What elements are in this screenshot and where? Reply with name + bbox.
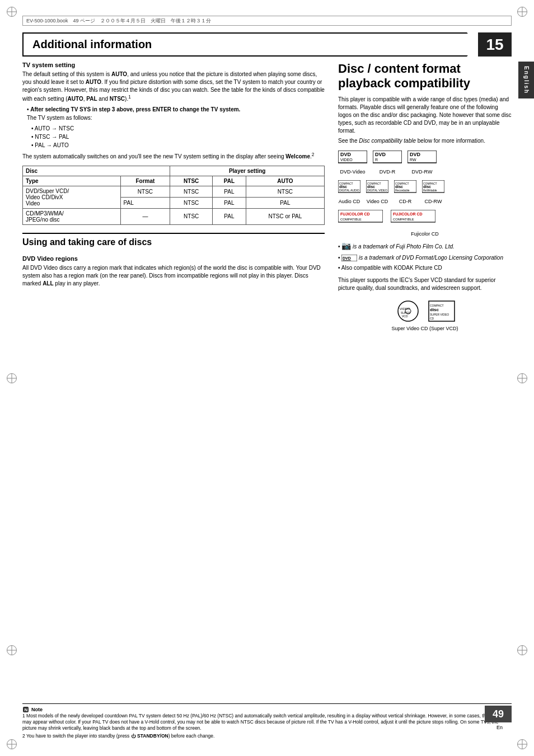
- dvd-r-logo: DVD R: [373, 151, 402, 167]
- audio-cd-logo-item: COMPACT disc DIGITAL AUDIO Audio CD: [338, 180, 360, 204]
- svg-text:disc: disc: [423, 185, 431, 189]
- svg-text:RW: RW: [410, 158, 416, 162]
- video-cd-logo: COMPACT disc DIGITAL VIDEO: [366, 180, 388, 197]
- svcd-logo2: COMPACT disc SUPER VIDEO CD: [428, 300, 456, 322]
- fujicolor-logo1-item: FUJICOLOR CD COMPATIBLE: [338, 210, 383, 227]
- right-bullets: • 📷 is a trademark of Fuji Photo Film Co…: [338, 240, 512, 272]
- corner-mark-br2: [517, 645, 527, 655]
- disc-type-1: DVD/Super VCD/Video CD/DivXVideo: [23, 186, 121, 208]
- note-label: Note: [31, 707, 43, 712]
- arrow-item-1: • NTSC → PAL: [31, 133, 325, 141]
- disc-format-ntsc: NTSC: [120, 186, 170, 197]
- svg-text:FUJICOLOR CD: FUJICOLOR CD: [393, 212, 423, 216]
- dvd-video-label: DVD-Video: [340, 169, 366, 175]
- svg-text:DVD: DVD: [343, 256, 351, 260]
- cd-ntsc: NTSC: [170, 208, 213, 224]
- top-bar-text: EV-500-1000.book 49 ページ ２００５年４月５日 火曜日 午後…: [26, 17, 211, 25]
- note-line-1: 1 Most models of the newly developed cou…: [22, 713, 512, 731]
- page-en: En: [496, 725, 503, 730]
- svg-text:disc: disc: [430, 307, 439, 312]
- page-title: Additional information: [32, 38, 152, 51]
- right-intro-text: This player is compatible with a wide ra…: [338, 96, 512, 135]
- svg-text:VIDEO: VIDEO: [340, 158, 353, 162]
- right-title-text: Disc / content format playback compatibi…: [338, 62, 470, 90]
- left-column: TV system setting The default setting of…: [22, 62, 325, 711]
- tv-system-para1: The default setting of this system is AU…: [22, 71, 325, 103]
- svg-text:COMPATIBLE: COMPATIBLE: [340, 218, 362, 221]
- right-column: Disc / content format playback compatibi…: [338, 62, 512, 711]
- audio-cd-label: Audio CD: [339, 199, 360, 204]
- svg-text:disc: disc: [395, 185, 403, 189]
- cd-r-logo: COMPACT disc Recordable: [394, 180, 416, 197]
- svcd-row: VIDEO SUPER VCD COMPACT disc SUPER VIDEO…: [338, 297, 512, 331]
- fuji-icon: 📷: [341, 241, 351, 250]
- table-row: CD/MP3/WMA/JPEG/no disc — NTSC PAL NTSC …: [23, 208, 325, 224]
- using-discs-title: Using and taking care of discs: [22, 237, 325, 247]
- cd-r-logo-item: COMPACT disc Recordable CD-R: [394, 180, 416, 204]
- tv-system-follows: The TV system as follows:: [27, 115, 92, 121]
- svg-text:FUJICOLOR CD: FUJICOLOR CD: [340, 212, 370, 216]
- player-setting-header: Player setting: [170, 166, 325, 176]
- pal-auto: PAL: [246, 197, 324, 208]
- cd-auto: NTSC or PAL: [246, 208, 324, 224]
- table-row: DVD/Super VCD/Video CD/DivXVideo NTSC NT…: [23, 186, 325, 197]
- disc-format-pal: PAL: [120, 197, 170, 208]
- note-line-2: 2 You have to switch the player into sta…: [22, 733, 512, 739]
- dvd-r-logo-item: DVD R DVD-R: [373, 151, 402, 175]
- pal-pal: PAL: [212, 197, 246, 208]
- arrow-item-2: • PAL → AUTO: [31, 141, 325, 149]
- svg-text:SUPER VIDEO: SUPER VIDEO: [430, 313, 449, 316]
- svg-text:COMPATIBLE: COMPATIBLE: [393, 218, 414, 221]
- svg-text:DIGITAL AUDIO: DIGITAL AUDIO: [339, 189, 359, 192]
- tv-system-title: TV system setting: [22, 62, 325, 68]
- disc-format-dash: —: [120, 208, 170, 224]
- dvd-trademark-icon: DVD: [341, 255, 357, 261]
- pal-ntsc: NTSC: [170, 197, 213, 208]
- cd-logos-row: COMPACT disc DIGITAL AUDIO Audio CD COMP…: [338, 180, 512, 204]
- fujicolor-label: Fujicolor CD: [338, 231, 512, 237]
- corner-mark-tr: [517, 7, 527, 17]
- svg-text:R: R: [375, 158, 378, 162]
- ntsc-auto: NTSC: [246, 186, 324, 197]
- corner-mark-ml: [7, 373, 17, 383]
- disc-type-2: CD/MP3/WMA/JPEG/no disc: [23, 208, 121, 224]
- bullet-fuji: • 📷 is a trademark of Fuji Photo Film Co…: [338, 240, 512, 252]
- dvd-rw-label: DVD-RW: [412, 169, 433, 175]
- tv-system-bullet-heading: After selecting TV SYS in step 3 above, …: [27, 105, 325, 122]
- header-number: 15: [478, 32, 512, 57]
- header-title-box: Additional information: [22, 32, 478, 57]
- top-bar: EV-500-1000.book 49 ページ ２００５年４月５日 火曜日 午後…: [22, 16, 512, 26]
- svg-text:DVD: DVD: [340, 152, 352, 157]
- language-tab: English: [518, 62, 534, 98]
- note-title: N Note: [22, 706, 512, 713]
- tv-system-bullet-list: After selecting TV SYS in step 3 above, …: [27, 105, 325, 122]
- disc-table: Disc Player setting Type Format NTSC PAL…: [22, 166, 325, 225]
- arrow-item-0: • AUTO → NTSC: [31, 124, 325, 133]
- tv-system-section: TV system setting The default setting of…: [22, 62, 325, 161]
- cd-rw-logo: COMPACT disc ReWritable: [422, 180, 444, 197]
- ntsc-col-header: NTSC: [170, 176, 213, 186]
- ntsc-pal: PAL: [212, 186, 246, 197]
- right-see-table: See the Disc compatibility table below f…: [338, 137, 512, 145]
- svg-text:VIDEO: VIDEO: [400, 307, 410, 311]
- cd-rw-label: CD-RW: [425, 199, 442, 204]
- page-number: 49: [485, 706, 512, 722]
- right-section-title: Disc / content format playback compatibi…: [338, 62, 512, 91]
- type-col-header: Type: [23, 176, 121, 186]
- disc-col-header: Disc: [23, 166, 170, 176]
- corner-mark-tl: [7, 7, 17, 17]
- note-section: N Note 1 Most models of the newly develo…: [22, 703, 512, 739]
- video-cd-logo-item: COMPACT disc DIGITAL VIDEO Video CD: [366, 180, 388, 204]
- dvd-r-label: DVD-R: [380, 169, 396, 175]
- svg-text:DVD: DVD: [410, 152, 421, 157]
- cd-rw-logo-item: COMPACT disc ReWritable CD-RW: [422, 180, 444, 204]
- svg-text:DVD: DVD: [375, 152, 386, 157]
- tv-arrow-list: • AUTO → NTSC • NTSC → PAL • PAL → AUTO: [31, 124, 325, 149]
- dvd-rw-logo-item: DVD RW DVD-RW: [407, 151, 437, 175]
- svg-text:ReWritable: ReWritable: [423, 189, 437, 192]
- video-cd-label: Video CD: [367, 199, 388, 204]
- note-icon: N: [22, 706, 29, 713]
- tv-system-para2: The system automatically switches on and…: [22, 152, 325, 161]
- svcd-text: This player supports the IEC's Super VCD…: [338, 276, 512, 292]
- svcd-logo1: VIDEO SUPER VCD: [394, 300, 422, 322]
